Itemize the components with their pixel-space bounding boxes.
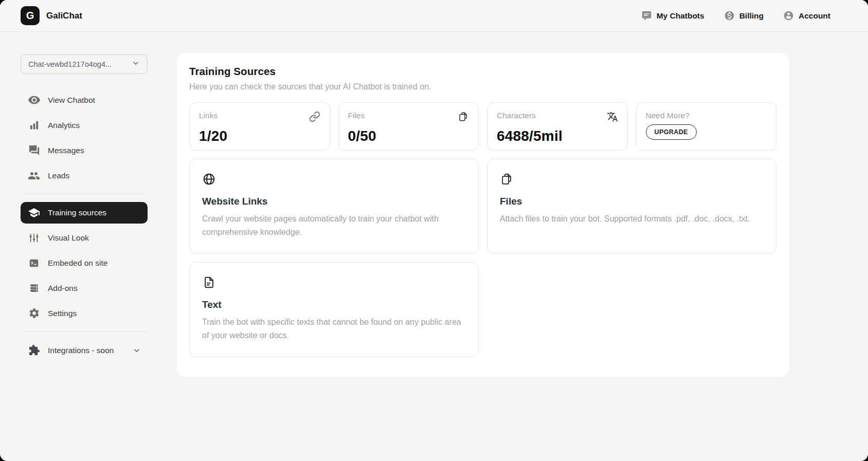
- stat-value: 1/20: [199, 128, 320, 144]
- sidebar-divider: [21, 194, 148, 194]
- feature-description: Attach files to train your bot. Supporte…: [500, 212, 764, 226]
- sidebar-item-label: Embeded on site: [48, 259, 107, 268]
- sidebar-item-view-chatbot[interactable]: View Chatbot: [21, 87, 148, 113]
- sidebar-item-label: Settings: [48, 309, 77, 318]
- stat-value: 0/50: [348, 128, 469, 144]
- sidebar-item-label: Messages: [48, 146, 84, 155]
- text-file-icon: [202, 275, 466, 289]
- dollar-circle-icon: [724, 10, 735, 21]
- top-navbar: G GaliChat My Chatbots Billing Account: [0, 0, 868, 32]
- page-subtitle: Here you can check the sources that your…: [189, 82, 776, 91]
- nav-label: Billing: [739, 11, 764, 21]
- sidebar-item-settings[interactable]: Settings: [21, 301, 148, 326]
- sidebar-item-label: Integrations - soon: [48, 346, 114, 355]
- stat-label: Files: [348, 111, 365, 120]
- app-window: G GaliChat My Chatbots Billing Account: [0, 0, 868, 461]
- sidebar-divider: [21, 331, 148, 332]
- link-icon: [309, 111, 320, 124]
- sidebar-nav: View Chatbot Analytics Messages: [21, 87, 148, 363]
- feature-card-website-links[interactable]: Website Links Crawl your website pages a…: [189, 159, 479, 254]
- chatbot-selector-value: Chat-vewbd1217o4og4...: [28, 60, 112, 68]
- sidebar-item-integrations[interactable]: Integrations - soon: [21, 338, 148, 363]
- sidebar-item-label: Leads: [48, 171, 69, 180]
- eye-icon: [27, 94, 41, 106]
- copy-pages-icon: [500, 172, 764, 186]
- upgrade-button[interactable]: UPGRADE: [646, 124, 697, 140]
- server-stack-icon: [27, 282, 41, 294]
- bar-chart-icon: [27, 119, 41, 131]
- feature-card-files[interactable]: Files Attach files to train your bot. Su…: [487, 159, 776, 254]
- translate-icon: [607, 111, 618, 124]
- sidebar-item-leads[interactable]: Leads: [21, 163, 148, 188]
- feature-card-text[interactable]: Text Train the bot with specific texts t…: [189, 262, 479, 357]
- nav-my-chatbots[interactable]: My Chatbots: [641, 10, 704, 21]
- chatbot-selector-dropdown[interactable]: Chat-vewbd1217o4og4...: [21, 54, 148, 74]
- gear-icon: [27, 307, 41, 319]
- stat-label: Need More?: [646, 111, 690, 120]
- puzzle-icon: [27, 344, 41, 356]
- copy-pages-icon: [458, 111, 469, 124]
- stat-card-links: Links 1/20: [189, 102, 330, 151]
- graduation-cap-icon: [27, 207, 41, 219]
- sidebar-item-add-ons[interactable]: Add-ons: [21, 275, 148, 301]
- stat-card-need-more: Need More? UPGRADE: [636, 102, 777, 151]
- sidebar: Chat-vewbd1217o4og4... View Chatbot A: [0, 32, 177, 363]
- page-title: Training Sources: [189, 65, 776, 78]
- galichat-logo[interactable]: G: [21, 6, 40, 25]
- sliders-icon: [27, 232, 41, 244]
- stat-card-files: Files 0/50: [338, 102, 479, 151]
- stat-card-characters: Characters 6488/5mil: [487, 102, 628, 151]
- sidebar-item-messages[interactable]: Messages: [21, 138, 148, 163]
- messages-icon: [27, 144, 41, 156]
- sidebar-item-analytics[interactable]: Analytics: [21, 113, 148, 138]
- globe-icon: [202, 172, 466, 186]
- nav-account[interactable]: Account: [783, 10, 830, 21]
- brand-name: GaliChat: [46, 11, 82, 21]
- sidebar-item-label: Training sources: [48, 208, 106, 217]
- stats-row: Links 1/20 Files: [189, 102, 776, 151]
- feature-description: Crawl your website pages automatically t…: [202, 212, 466, 239]
- chevron-down-icon: [133, 346, 141, 355]
- header-nav: My Chatbots Billing Account: [641, 10, 830, 21]
- sidebar-item-label: Analytics: [48, 121, 80, 130]
- sidebar-item-label: Add-ons: [48, 284, 78, 293]
- sidebar-item-training-sources[interactable]: Training sources: [21, 202, 148, 224]
- sidebar-item-label: Visual Look: [48, 233, 89, 243]
- stat-value: 6488/5mil: [497, 128, 618, 144]
- logo-letter: G: [26, 10, 34, 22]
- terminal-icon: [27, 257, 41, 269]
- chat-bubble-icon: [641, 10, 652, 21]
- stat-label: Links: [199, 111, 218, 120]
- feature-title: Website Links: [202, 196, 466, 207]
- nav-label: Account: [799, 11, 830, 21]
- feature-title: Files: [500, 196, 764, 207]
- feature-description: Train the bot with specific texts that c…: [202, 316, 466, 342]
- leads-icon: [27, 170, 41, 182]
- account-circle-icon: [783, 10, 794, 21]
- main-area: Training Sources Here you can check the …: [177, 32, 868, 377]
- sidebar-item-embeded-on-site[interactable]: Embeded on site: [21, 250, 148, 275]
- chevron-down-icon: [132, 59, 140, 69]
- feature-title: Text: [202, 299, 466, 310]
- sidebar-item-label: View Chatbot: [48, 96, 95, 105]
- sidebar-item-visual-look[interactable]: Visual Look: [21, 225, 148, 250]
- nav-billing[interactable]: Billing: [724, 10, 764, 21]
- features-grid: Website Links Crawl your website pages a…: [189, 159, 776, 357]
- stat-label: Characters: [497, 111, 536, 120]
- training-sources-panel: Training Sources Here you can check the …: [177, 53, 789, 377]
- nav-label: My Chatbots: [657, 11, 704, 21]
